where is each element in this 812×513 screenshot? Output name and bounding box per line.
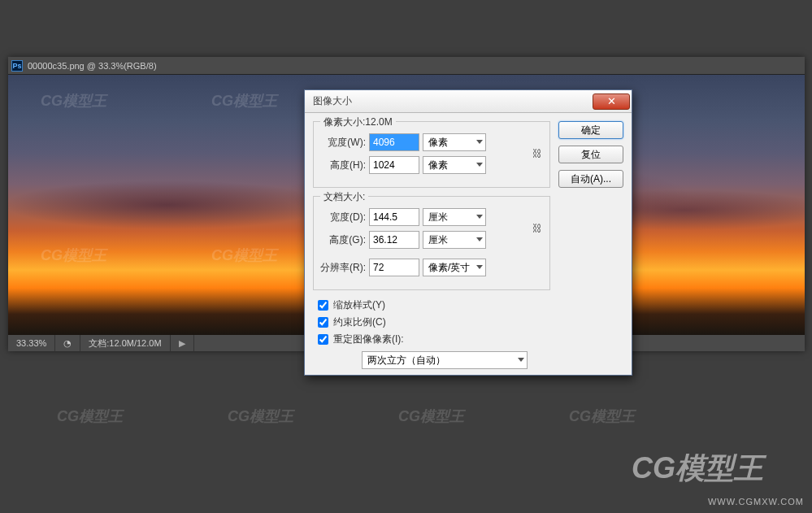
constrain-proportions-label: 约束比例(C) (333, 315, 386, 329)
resample-method-select[interactable]: 两次立方（自动） (362, 351, 528, 369)
watermark-text: CG模型王 (57, 406, 123, 426)
document-tab-bar: Ps 00000c35.png @ 33.3%(RGB/8) (8, 57, 805, 75)
constrain-link-icon[interactable]: ⛓ (532, 137, 543, 170)
dialog-left-column: 像素大小:12.0M 宽度(W): 像素 高度(H): (313, 121, 550, 369)
close-button[interactable]: ✕ (593, 93, 630, 110)
watermark-logo: CG模型王 (632, 449, 763, 489)
pixel-height-unit-select[interactable]: 像素 (423, 156, 486, 174)
doc-height-label: 高度(G): (320, 233, 366, 247)
ok-button[interactable]: 确定 (558, 121, 623, 139)
constrain-link-icon[interactable]: ⛓ (532, 212, 543, 245)
resolution-unit-value: 像素/英寸 (423, 259, 486, 276)
doc-width-unit-value: 厘米 (423, 208, 486, 226)
pixel-height-label: 高度(H): (320, 159, 366, 172)
scale-styles-checkbox[interactable] (318, 300, 328, 311)
watermark-text: CG模型王 (228, 406, 293, 426)
resolution-unit-select[interactable]: 像素/英寸 (423, 259, 486, 276)
status-doc-size[interactable]: 文档:12.0M/12.0M (80, 335, 170, 351)
doc-height-unit-value: 厘米 (423, 231, 486, 249)
watermark-text: CG模型王 (398, 406, 464, 426)
pixel-width-input[interactable] (369, 133, 419, 151)
document-size-legend: 文档大小: (320, 190, 368, 204)
pixel-width-label: 宽度(W): (320, 136, 366, 150)
resolution-label: 分辨率(R): (320, 261, 366, 275)
pixel-height-input[interactable] (369, 156, 419, 174)
resample-method-value: 两次立方（自动） (362, 351, 528, 369)
document-tab-title[interactable]: 00000c35.png @ 33.3%(RGB/8) (28, 61, 157, 71)
watermark-text: CG模型王 (569, 406, 635, 426)
image-size-dialog: 图像大小 ✕ 像素大小:12.0M 宽度(W): 像素 (304, 89, 632, 376)
auto-button[interactable]: 自动(A)... (558, 170, 623, 188)
constrain-proportions-checkbox[interactable] (318, 317, 328, 328)
pixel-width-unit-select[interactable]: 像素 (423, 133, 486, 151)
status-zoom[interactable]: 33.33% (8, 335, 55, 351)
doc-height-unit-select[interactable]: 厘米 (423, 231, 486, 249)
pixel-dimensions-legend: 像素大小:12.0M (320, 115, 396, 129)
dialog-button-column: 确定 复位 自动(A)... (558, 121, 623, 369)
status-icon[interactable]: ◔ (55, 335, 80, 351)
doc-height-input[interactable] (369, 231, 419, 249)
pixel-dimensions-group: 像素大小:12.0M 宽度(W): 像素 高度(H): (313, 121, 550, 188)
reset-button[interactable]: 复位 (558, 146, 623, 163)
dialog-title-text: 图像大小 (313, 94, 593, 108)
doc-width-label: 宽度(D): (320, 211, 366, 224)
photoshop-icon: Ps (11, 60, 23, 72)
status-menu-arrow-icon[interactable]: ▶ (171, 335, 194, 351)
pixel-width-unit-value: 像素 (423, 133, 486, 151)
doc-width-unit-select[interactable]: 厘米 (423, 208, 486, 226)
resample-image-label: 重定图像像素(I): (333, 333, 404, 346)
document-size-group: 文档大小: 宽度(D): 厘米 高度(G): (313, 196, 550, 290)
doc-width-input[interactable] (369, 208, 419, 226)
resample-image-checkbox[interactable] (318, 334, 328, 345)
resolution-input[interactable] (369, 259, 419, 276)
watermark-url: WWW.CGMXW.COM (708, 497, 804, 506)
dialog-body: 像素大小:12.0M 宽度(W): 像素 高度(H): (305, 113, 632, 376)
dialog-titlebar[interactable]: 图像大小 ✕ (305, 90, 632, 113)
scale-styles-label: 缩放样式(Y) (333, 298, 385, 312)
pixel-height-unit-value: 像素 (423, 156, 486, 174)
